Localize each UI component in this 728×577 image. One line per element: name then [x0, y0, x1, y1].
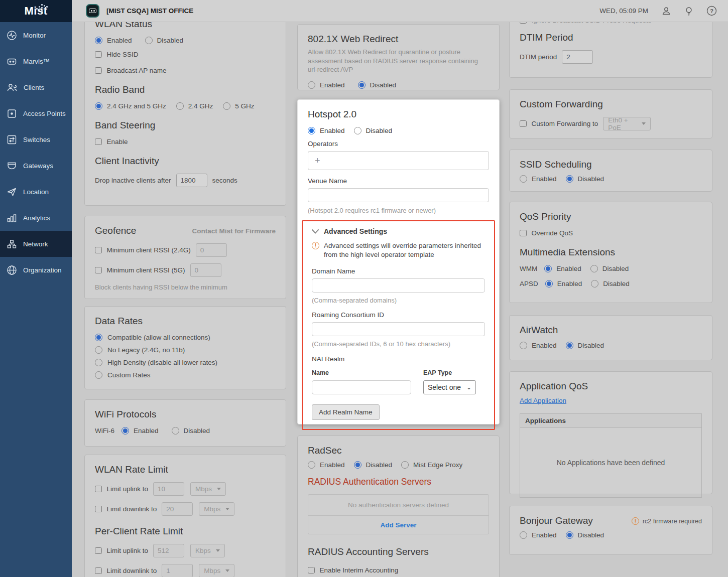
airwatch-disabled-option[interactable]: Disabled [566, 342, 604, 349]
ssid-sched-enabled-option[interactable]: Enabled [520, 175, 557, 183]
checkbox-icon[interactable] [95, 247, 102, 254]
checkbox-icon[interactable] [95, 267, 102, 274]
radio-band-5-option[interactable]: 5 GHz [223, 102, 254, 110]
wifi-protocols-title: WiFi Protocols [95, 409, 276, 420]
wmm-enabled-option[interactable]: Enabled [544, 265, 581, 272]
wlan-status-enabled-option[interactable]: Enabled [95, 37, 132, 44]
data-rates-highdensity-option[interactable]: High Density (disable all lower rates) [95, 359, 276, 366]
web-redirect-disabled-option[interactable]: Disabled [358, 81, 397, 89]
inactivity-seconds-input[interactable] [176, 174, 207, 187]
sidebar-item-access-points[interactable]: Access Points [0, 100, 72, 126]
client-downlink-row: Limit downlink to Mbps [95, 564, 276, 577]
radio-icon [223, 102, 230, 110]
checkbox-icon[interactable] [95, 506, 102, 513]
data-rates-nolegacy-option[interactable]: No Legacy (2.4G, no 11b) [95, 346, 276, 354]
checkbox-icon[interactable] [95, 567, 102, 574]
chevron-down-icon [225, 508, 229, 510]
hotspot-firmware-hint: (Hotspot 2.0 requires rc1 firmware or ne… [308, 207, 489, 214]
radio-band-24-option[interactable]: 2.4 GHz [176, 102, 213, 110]
bonjour-radios: Enabled Disabled [520, 531, 702, 539]
card-qos: QoS Priority Override QoS Multimedia Ext… [509, 202, 712, 303]
sidebar: Mist Monitor Marvis™ Clients Access Poin… [0, 0, 72, 577]
checkbox-label: Override QoS [532, 229, 573, 237]
airwatch-enabled-option[interactable]: Enabled [520, 342, 557, 349]
sidebar-item-location[interactable]: Location [0, 179, 72, 205]
broadcast-ap-checkbox-row[interactable]: Broadcast AP name [95, 67, 276, 74]
hotspot-enabled-option[interactable]: Enabled [308, 127, 345, 134]
client-downlink-unit-select: Mbps [199, 564, 234, 577]
page-content: WLAN Status Enabled Disabled Hide SSID B… [0, 0, 728, 577]
wifi6-disabled-option[interactable]: Disabled [172, 427, 210, 435]
wifi6-enabled-option[interactable]: Enabled [122, 427, 159, 435]
dtim-input[interactable] [562, 50, 593, 64]
option-label: Mist Edge Proxy [413, 461, 462, 469]
radsec-enabled-option[interactable]: Enabled [308, 461, 345, 469]
eap-type-select[interactable]: Select one⌄ [423, 380, 476, 394]
data-rates-compatible-option[interactable]: Compatible (allow all connections) [95, 334, 276, 341]
override-qos-row[interactable]: Override QoS [520, 229, 702, 237]
mist-logo[interactable]: Mist [0, 0, 72, 22]
card-rate-limits: WLAN Rate Limit Limit uplink to Mbps Lim… [84, 455, 286, 577]
sidebar-item-clients[interactable]: Clients [0, 74, 72, 100]
web-redirect-enabled-option[interactable]: Enabled [308, 81, 345, 89]
option-label: Disabled [578, 342, 604, 349]
advanced-settings-header[interactable]: Advanced Settings [312, 227, 485, 235]
client-downlink-input [162, 564, 193, 577]
user-icon[interactable] [661, 6, 671, 16]
sidebar-item-switches[interactable]: Switches [0, 126, 72, 153]
add-realm-name-button[interactable]: Add Realm Name [312, 404, 380, 420]
org-avatar[interactable] [86, 4, 99, 18]
checkbox-label: Enable Interim Accounting [320, 566, 399, 574]
bonjour-enabled-option[interactable]: Enabled [520, 531, 557, 539]
svg-text:?: ? [710, 8, 713, 14]
sidebar-item-label: Analytics [23, 214, 50, 222]
sidebar-item-network[interactable]: Network [0, 231, 72, 257]
checkbox-label: Limit uplink to [107, 547, 149, 554]
unit-label: Mbps [204, 567, 220, 574]
operators-add-box[interactable]: + [308, 151, 489, 170]
sidebar-item-organization[interactable]: Organization [0, 257, 72, 283]
radsec-disabled-option[interactable]: Disabled [354, 461, 393, 469]
radio-icon [176, 102, 184, 110]
dtim-row: DTIM period [520, 50, 702, 64]
wifi6-radios: WiFi-6 Enabled Disabled [95, 427, 276, 435]
add-server-link[interactable]: Add Server [308, 516, 489, 534]
bonjour-disabled-option[interactable]: Disabled [566, 531, 604, 539]
checkbox-icon[interactable] [95, 486, 102, 493]
nai-name-input[interactable] [312, 380, 411, 394]
web-redirect-radios: Enabled Disabled [308, 81, 489, 89]
geofence-firmware-note: Contact Mist for Firmware [192, 227, 276, 235]
domain-name-input[interactable] [312, 278, 485, 293]
roaming-hint: (Comma-separated IDs, 6 or 10 hex charac… [312, 340, 485, 348]
advanced-settings-section: Advanced Settings ! Advanced settings wi… [302, 220, 495, 430]
radsec-radios: Enabled Disabled Mist Edge Proxy [308, 461, 489, 469]
ssid-sched-disabled-option[interactable]: Disabled [566, 175, 604, 183]
top-header: [MIST CSQA] MIST OFFICE WED, 05:09 PM ? [72, 0, 728, 22]
sidebar-item-monitor[interactable]: Monitor [0, 22, 72, 48]
checkbox-icon[interactable] [95, 547, 102, 554]
sidebar-item-gateways[interactable]: Gateways [0, 153, 72, 179]
checkbox-label: Hide SSID [107, 51, 139, 58]
radio-band-both-option[interactable]: 2.4 GHz and 5 GHz [95, 102, 166, 110]
checkbox-icon[interactable] [520, 120, 527, 127]
lightbulb-icon[interactable] [684, 6, 693, 16]
data-rates-custom-option[interactable]: Custom Rates [95, 371, 276, 379]
venue-name-input[interactable] [308, 188, 489, 202]
help-icon[interactable]: ? [706, 6, 717, 16]
option-label: Enabled [532, 531, 557, 539]
sidebar-item-analytics[interactable]: Analytics [0, 205, 72, 231]
radsec-proxy-option[interactable]: Mist Edge Proxy [401, 461, 462, 469]
interim-accounting-row[interactable]: Enable Interim Accounting [308, 566, 489, 574]
radio-icon [566, 531, 573, 539]
roaming-consortium-input[interactable] [312, 322, 485, 336]
wlan-status-disabled-option[interactable]: Disabled [145, 37, 184, 44]
card-custom-forwarding: Custom Forwarding Custom Forwarding to E… [509, 89, 712, 138]
add-application-link[interactable]: Add Application [520, 397, 566, 404]
sidebar-item-marvis[interactable]: Marvis™ [0, 48, 72, 74]
wmm-disabled-option[interactable]: Disabled [590, 265, 629, 272]
apsd-disabled-option[interactable]: Disabled [591, 280, 630, 287]
band-steering-enable-row[interactable]: Enable [95, 138, 276, 146]
hotspot-disabled-option[interactable]: Disabled [354, 127, 393, 134]
apsd-enabled-option[interactable]: Enabled [545, 280, 582, 287]
hide-ssid-checkbox-row[interactable]: Hide SSID [95, 51, 276, 58]
